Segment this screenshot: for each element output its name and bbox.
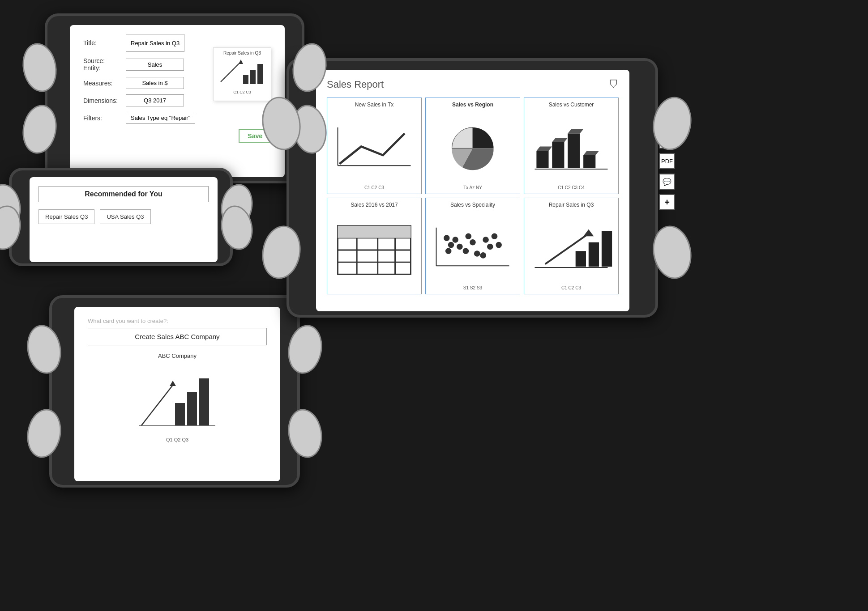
svg-point-37 <box>470 239 476 246</box>
svg-rect-14 <box>536 151 548 168</box>
svg-point-43 <box>492 233 498 239</box>
chart-xaxis-sales-customer: C1 C2 C3 C4 <box>558 185 584 190</box>
line-chart-svg <box>331 110 418 183</box>
mini-chart-labels: C1 C2 C3 <box>216 90 268 94</box>
svg-point-35 <box>457 244 463 250</box>
recommended-title: Recommended for You <box>38 186 209 202</box>
chart-title-new-sales: New Sales in Tx <box>355 102 393 108</box>
measures-input[interactable]: Sales in $ <box>126 77 184 89</box>
chart-title-sales-customer: Sales vs Customer <box>549 102 594 108</box>
comment-icon-btn[interactable]: 💬 <box>659 174 675 190</box>
chart-card-repair-sales[interactable]: Repair Sales in Q3 C1 C2 C3 <box>524 198 619 294</box>
svg-line-5 <box>141 385 173 425</box>
svg-rect-2 <box>243 75 248 84</box>
svg-point-34 <box>445 248 452 254</box>
svg-rect-4 <box>257 64 263 84</box>
svg-marker-21 <box>583 151 599 155</box>
filter-icon[interactable]: ⛉ <box>609 79 619 90</box>
svg-point-40 <box>483 237 489 243</box>
svg-rect-49 <box>576 251 586 267</box>
scatter-chart-svg <box>429 210 516 284</box>
dimensions-input[interactable]: Q3 2017 <box>126 94 184 106</box>
svg-rect-51 <box>602 231 612 267</box>
chart-card-sales-table[interactable]: Sales 2016 vs 2017 <box>327 198 422 294</box>
svg-point-31 <box>444 235 450 241</box>
source-entity-label: Source: Entity: <box>83 57 126 72</box>
create-card-screen: What card you want to create?: Create Sa… <box>74 307 280 481</box>
tablet-sales-report: Sales Report ⛉ New Sales in Tx C1 C2 C3 … <box>286 58 658 318</box>
report-header: Sales Report ⛉ <box>327 79 619 90</box>
svg-marker-48 <box>583 229 594 237</box>
svg-marker-15 <box>536 147 552 151</box>
tablet-edit-card: Title: Repair Sales in Q3 Source: Entity… <box>45 13 304 183</box>
rec-card-repair[interactable]: Repair Sales Q3 <box>38 209 94 224</box>
chart-axis-labels: Q1 Q2 Q3 <box>166 437 188 442</box>
entity-input[interactable]: Sales <box>126 59 184 71</box>
charts-grid: New Sales in Tx C1 C2 C3 Sales vs Region <box>327 98 619 294</box>
chart-card-sales-customer[interactable]: Sales vs Customer C1 C2 C3 C4 <box>524 98 619 194</box>
svg-point-39 <box>474 250 480 257</box>
recommended-screen: Recommended for You Repair Sales Q3 USA … <box>30 177 218 262</box>
table-chart-svg <box>331 210 418 289</box>
chart-card-new-sales[interactable]: New Sales in Tx C1 C2 C3 <box>327 98 422 194</box>
pie-chart-svg <box>429 110 516 183</box>
recommended-cards: Repair Sales Q3 USA Sales Q3 <box>38 209 209 224</box>
svg-marker-17 <box>552 138 568 142</box>
svg-rect-20 <box>583 155 595 168</box>
create-chart-area: ABC Company Q1 Q2 Q3 <box>88 352 267 442</box>
svg-point-32 <box>448 242 454 248</box>
svg-line-0 <box>221 62 241 82</box>
filters-input[interactable]: Sales Type eq "Repair" <box>126 112 195 124</box>
mini-chart-title: Repair Sales in Q3 <box>216 51 268 55</box>
chart-title-sales-speciality: Sales vs Speciality <box>450 202 495 208</box>
svg-point-33 <box>452 237 458 243</box>
tablet-create-card: What card you want to create?: Create Sa… <box>49 295 300 488</box>
svg-rect-9 <box>199 378 209 425</box>
rec-card-usa[interactable]: USA Sales Q3 <box>100 209 150 224</box>
svg-marker-19 <box>568 129 583 134</box>
chart-xaxis-sales-region: Tx Az NY <box>463 185 482 190</box>
add-icon-btn[interactable]: + <box>659 194 675 210</box>
chart-xaxis-repair-sales: C1 C2 C3 <box>561 285 581 290</box>
filters-row: Filters: Sales Type eq "Repair" <box>83 112 271 124</box>
svg-rect-7 <box>175 403 185 425</box>
pdf-icon-btn[interactable]: PDF <box>659 153 675 169</box>
svg-marker-6 <box>170 381 176 386</box>
chart-xaxis-new-sales: C1 C2 C3 <box>364 185 384 190</box>
title-label: Title: <box>83 39 126 47</box>
chart-xaxis-sales-speciality: S1 S2 S3 <box>463 285 482 290</box>
svg-rect-16 <box>552 142 564 168</box>
mini-chart-overlay: Repair Sales in Q3 C1 C2 C3 <box>213 47 271 101</box>
sales-report-screen: Sales Report ⛉ New Sales in Tx C1 C2 C3 … <box>316 70 629 311</box>
svg-point-42 <box>480 252 486 259</box>
svg-marker-1 <box>239 59 243 64</box>
bar3d-chart-svg <box>528 110 615 183</box>
svg-rect-3 <box>250 70 256 84</box>
chart-title-sales-region: Sales vs Region <box>452 102 493 108</box>
create-title-input[interactable]: Create Sales ABC Company <box>88 328 267 345</box>
chart-card-sales-region[interactable]: Sales vs Region Tx Az NY <box>425 98 520 194</box>
svg-point-36 <box>466 233 472 239</box>
svg-point-41 <box>487 244 493 250</box>
tablet-recommended: Recommended for You Repair Sales Q3 USA … <box>9 168 233 266</box>
dimensions-label: Dimensions: <box>83 97 126 104</box>
svg-rect-30 <box>338 226 411 238</box>
chart-card-sales-speciality[interactable]: Sales vs Speciality <box>425 198 520 294</box>
mini-bar-chart <box>216 57 265 86</box>
svg-point-38 <box>463 248 469 254</box>
bar-chart-svg <box>528 210 615 284</box>
svg-rect-8 <box>187 392 197 425</box>
report-title: Sales Report <box>327 79 384 90</box>
svg-rect-50 <box>589 242 599 267</box>
chart-title-sales-table: Sales 2016 vs 2017 <box>351 202 398 208</box>
svg-point-44 <box>496 242 502 248</box>
svg-rect-18 <box>568 133 580 168</box>
company-label: ABC Company <box>158 352 197 359</box>
title-input[interactable]: Repair Sales in Q3 <box>126 34 184 52</box>
measures-label: Measures: <box>83 80 126 87</box>
filters-label: Filters: <box>83 115 126 122</box>
edit-card-screen: Title: Repair Sales in Q3 Source: Entity… <box>70 25 285 177</box>
create-placeholder: What card you want to create?: <box>88 318 267 324</box>
create-bar-chart <box>133 363 222 434</box>
chart-title-repair-sales: Repair Sales in Q3 <box>549 202 594 208</box>
